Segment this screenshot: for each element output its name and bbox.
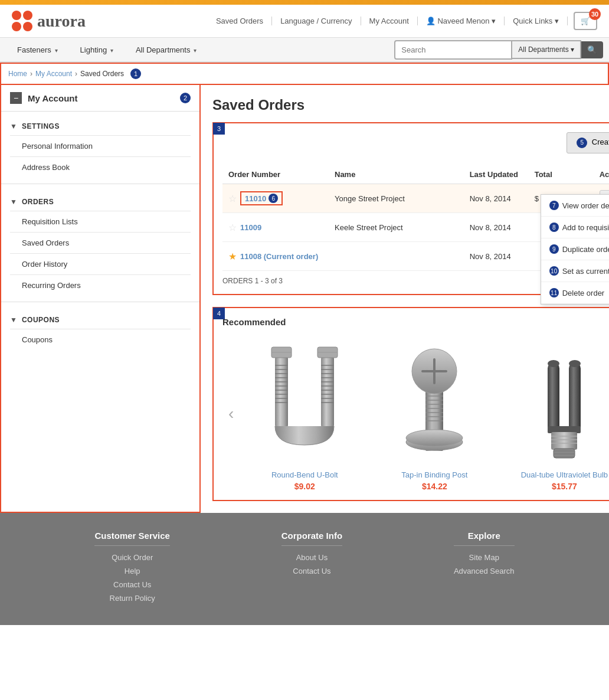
logo-dot-br [23,22,32,31]
svg-rect-43 [551,432,577,450]
footer-col-explore: Explore Site Map Advanced Search [454,531,515,607]
context-menu-item-add-requisition[interactable]: 8 Add to requisition list [541,217,609,238]
sidebar-item-address-book[interactable]: Address Book [10,156,191,178]
footer-grid: Customer Service Quick Order Help Contac… [39,531,570,607]
order-link-11010[interactable]: 11010 [245,194,266,203]
product-image-post [381,336,487,466]
nav-saved-orders[interactable]: Saved Orders [208,17,272,25]
order-name-2: Keele Street Project [329,213,464,242]
sidebar-header: − My Account 2 [1,85,199,112]
col-header-actions: Actions [594,165,609,184]
nav-my-account[interactable]: My Account [361,17,418,25]
create-order-button[interactable]: 5 Create Order [567,132,609,153]
context-menu-item-duplicate[interactable]: 9 Duplicate order [541,238,609,260]
breadcrumb-home[interactable]: Home [8,70,27,78]
chevron-down-icon: ▾ [192,47,197,54]
footer-col-customer-service: Customer Service Quick Order Help Contac… [94,531,170,607]
product-name-post[interactable]: Tap-in Binding Post [375,470,493,479]
chevron-down-icon: ▾ [109,47,113,54]
footer-link-contact-us[interactable]: Contact Us [94,580,170,589]
product-image-ubolt [251,336,358,466]
header: aurora Saved Orders Language / Currency … [0,5,609,38]
products-carousel: ‹ [222,336,609,491]
footer-link-contact-us-corp[interactable]: Contact Us [281,567,342,575]
breadcrumb-my-account[interactable]: My Account [35,70,72,78]
cart-button[interactable]: 🛒 30 [574,12,597,30]
context-menu-badge-7: 7 [549,201,559,210]
carousel-prev-button[interactable]: ‹ [222,398,240,429]
nav-tab-lighting[interactable]: Lighting ▾ [69,38,125,61]
footer-link-quick-order[interactable]: Quick Order [94,553,170,562]
sidebar-section-header-settings[interactable]: ▼ SETTINGS [10,117,191,135]
section-badge-4: 4 [213,308,225,319]
sidebar-section-header-coupons[interactable]: ▼ COUPONS [10,311,191,329]
order-name-1: Yonge Street Project [329,184,464,213]
sidebar-item-coupons[interactable]: Coupons [10,329,191,350]
cart-count: 30 [589,8,601,20]
order-badge-6: 6 [269,194,278,203]
product-image-bulb [511,336,609,466]
breadcrumb-badge: 1 [130,68,141,79]
context-menu-badge-9: 9 [549,244,559,254]
sidebar-section-settings: ▼ SETTINGS Personal Information Address … [1,112,199,181]
post-svg [387,339,482,463]
footer-link-return-policy[interactable]: Return Policy [94,594,170,603]
nav-language-currency[interactable]: Language / Currency [272,17,361,25]
nav-user[interactable]: 👤 Naveed Menon ▾ [418,17,505,25]
sidebar-item-order-history[interactable]: Order History [10,253,191,274]
chevron-down-icon: ▼ [10,122,17,130]
context-menu-badge-10: 10 [549,266,559,276]
footer-col-title-corporate-info: Corporate Info [281,531,342,546]
sidebar-item-personal-information[interactable]: Personal Information [10,135,191,156]
search-input[interactable] [394,40,512,60]
col-header-order-number: Order Number [222,165,329,184]
logo-dot-tl [12,11,21,20]
sidebar-section-header-orders[interactable]: ▼ ORDERS [10,193,191,211]
sidebar-item-recurring-orders[interactable]: Recurring Orders [10,274,191,296]
ubolt-svg [257,339,352,463]
svg-point-52 [569,360,581,367]
chevron-down-icon: ▾ [53,47,58,54]
nav-tab-all-departments[interactable]: All Departments ▾ [125,38,208,61]
nav-quick-links[interactable]: Quick Links ▾ [505,17,568,25]
footer-link-about-us[interactable]: About Us [281,553,342,562]
sidebar-item-saved-orders[interactable]: Saved Orders [10,232,191,253]
context-menu-item-view[interactable]: 7 View order details [541,195,609,217]
nav-tab-fasteners[interactable]: Fasteners ▾ [6,38,69,61]
bulb-svg [517,339,609,463]
svg-rect-40 [548,362,559,433]
svg-point-51 [548,360,559,367]
order-link-11009[interactable]: 11009 [240,223,261,232]
context-menu-item-delete[interactable]: 11 Delete order [541,282,609,304]
product-name-bulb[interactable]: Dual-tube Ultraviolet Bulb [505,470,609,479]
star-icon-2[interactable]: ☆ [228,222,237,233]
logo[interactable]: aurora [12,11,86,31]
breadcrumb-current: Saved Orders [80,70,124,78]
context-menu: 7 View order details 8 Add to requisitio… [541,194,609,305]
footer-col-title-explore: Explore [454,531,515,546]
sidebar-divider-1 [1,184,199,184]
context-menu-item-set-current[interactable]: 10 Set as current order [541,260,609,282]
product-name-ubolt[interactable]: Round-Bend U-Bolt [245,470,364,479]
product-price-ubolt: $9.02 [245,482,364,491]
order-date-3: Nov 8, 2014 [464,242,529,271]
col-header-last-updated: Last Updated [464,165,529,184]
recommended-section: 4 Recommended ‹ [212,307,609,501]
footer-col-title-customer-service: Customer Service [94,531,170,546]
nav-bar: Fasteners ▾ Lighting ▾ All Departments ▾… [0,38,609,63]
star-icon-1[interactable]: ☆ [228,193,237,204]
create-order-badge: 5 [577,138,587,148]
product-card-bulb: Dual-tube Ultraviolet Bulb $15.77 [505,336,609,491]
search-dept-dropdown[interactable]: All Departments ▾ [512,40,581,59]
footer-link-site-map[interactable]: Site Map [454,553,515,562]
sidebar-toggle-button[interactable]: − [10,92,22,104]
sidebar-item-requisition-lists[interactable]: Requisition Lists [10,211,191,232]
search-button[interactable]: 🔍 [581,41,603,58]
footer-link-advanced-search[interactable]: Advanced Search [454,567,515,575]
svg-rect-11 [321,356,334,427]
star-icon-3[interactable]: ★ [228,251,237,262]
order-link-11008[interactable]: 11008 (Current order) [240,252,318,261]
breadcrumb: Home › My Account › Saved Orders 1 [0,63,609,85]
footer-link-help[interactable]: Help [94,567,170,575]
sidebar-section-coupons: ▼ COUPONS Coupons [1,305,199,353]
